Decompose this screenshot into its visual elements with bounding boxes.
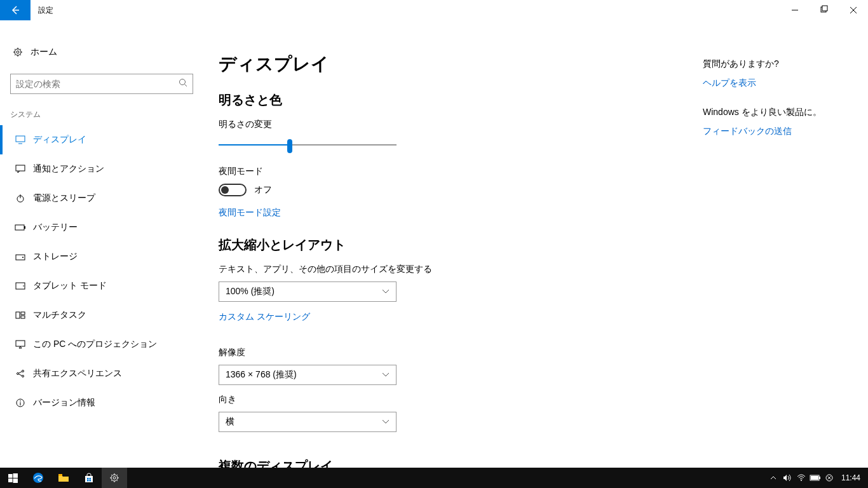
scale-select[interactable]: 100% (推奨) bbox=[219, 281, 397, 302]
night-light-toggle[interactable] bbox=[219, 184, 247, 196]
svg-line-12 bbox=[15, 49, 15, 50]
svg-point-34 bbox=[22, 370, 24, 372]
sidebar-item-label: ストレージ bbox=[28, 251, 78, 262]
chevron-down-icon bbox=[382, 289, 390, 294]
titlebar: 設定 bbox=[0, 0, 868, 20]
sidebar-item-label: バッテリー bbox=[28, 222, 78, 233]
close-icon bbox=[850, 7, 857, 13]
tray-battery[interactable] bbox=[808, 468, 822, 488]
slider-thumb[interactable] bbox=[287, 139, 292, 153]
tray-status[interactable] bbox=[822, 468, 836, 488]
brightness-label: 明るさの変更 bbox=[219, 119, 688, 130]
maximize-button[interactable] bbox=[810, 0, 839, 20]
sidebar-item-battery[interactable]: バッテリー bbox=[0, 213, 203, 242]
tray-chevron-up[interactable] bbox=[766, 468, 780, 488]
folder-icon bbox=[58, 473, 69, 482]
minimize-button[interactable] bbox=[780, 0, 810, 20]
scale-label: テキスト、アプリ、その他の項目のサイズを変更する bbox=[219, 264, 688, 275]
svg-point-26 bbox=[22, 257, 24, 258]
slider-fill bbox=[219, 144, 290, 146]
svg-point-16 bbox=[180, 79, 186, 85]
svg-line-59 bbox=[117, 480, 118, 481]
resolution-value: 868 × 488 (推奨) bbox=[226, 369, 297, 381]
home-button[interactable]: ホーム bbox=[0, 38, 203, 66]
toggle-knob bbox=[221, 186, 229, 194]
chevron-down-icon bbox=[382, 372, 390, 377]
svg-point-35 bbox=[22, 376, 24, 377]
sidebar-item-storage[interactable]: ストレージ bbox=[0, 242, 203, 271]
svg-rect-30 bbox=[21, 312, 25, 315]
taskbar-tray: 11:44 bbox=[766, 468, 868, 488]
search-box[interactable] bbox=[10, 74, 193, 94]
svg-line-15 bbox=[20, 49, 21, 50]
sidebar-item-display[interactable]: ディスプレイ bbox=[0, 125, 203, 154]
svg-line-36 bbox=[18, 372, 22, 374]
sidebar: ホーム システム ディスプレイ 通知とアクション bbox=[0, 20, 203, 488]
edge-icon bbox=[32, 472, 44, 484]
svg-point-7 bbox=[17, 51, 19, 53]
sidebar-item-multitask[interactable]: マルチタスク bbox=[0, 301, 203, 330]
sidebar-item-label: 通知とアクション bbox=[28, 163, 104, 175]
sidebar-item-about[interactable]: バージョン情報 bbox=[0, 388, 203, 417]
taskbar-store[interactable] bbox=[76, 468, 102, 488]
svg-point-33 bbox=[17, 373, 19, 375]
svg-point-52 bbox=[111, 475, 118, 481]
taskbar-settings[interactable] bbox=[102, 468, 127, 488]
taskbar: 11:44 bbox=[0, 468, 868, 488]
sidebar-item-shared[interactable]: 共有エクスペリエンス bbox=[0, 359, 203, 388]
svg-rect-18 bbox=[16, 136, 25, 142]
sidebar-item-notifications[interactable]: 通知とアクション bbox=[0, 154, 203, 184]
start-button[interactable] bbox=[0, 468, 25, 488]
night-light-toggle-row: オフ bbox=[219, 184, 688, 196]
section-brightness-color: 明るさと色 bbox=[219, 92, 688, 109]
sidebar-item-projection[interactable]: この PC へのプロジェクション bbox=[0, 330, 203, 359]
maximize-icon bbox=[821, 7, 827, 13]
search-input[interactable] bbox=[16, 79, 179, 89]
svg-point-28 bbox=[23, 285, 24, 287]
monitor-icon bbox=[13, 135, 28, 144]
sidebar-item-tablet[interactable]: タブレット モード bbox=[0, 271, 203, 301]
orientation-select[interactable]: 横 bbox=[219, 412, 397, 432]
battery-icon bbox=[13, 224, 28, 231]
close-button[interactable] bbox=[839, 0, 868, 20]
svg-rect-48 bbox=[87, 478, 89, 480]
tray-wifi[interactable] bbox=[794, 468, 808, 488]
orientation-value: 横 bbox=[226, 416, 234, 428]
resolution-select[interactable]: 868 × 488 (推奨) bbox=[219, 365, 397, 385]
info-icon bbox=[13, 398, 28, 407]
taskbar-clock[interactable]: 11:44 bbox=[836, 473, 865, 482]
sidebar-item-power[interactable]: 電源とスリープ bbox=[0, 184, 203, 213]
gear-icon bbox=[10, 47, 25, 57]
taskbar-explorer[interactable] bbox=[51, 468, 76, 488]
svg-line-37 bbox=[18, 374, 22, 376]
chevron-up-icon bbox=[770, 475, 776, 480]
volume-icon bbox=[783, 474, 792, 482]
taskbar-edge[interactable] bbox=[25, 468, 51, 488]
svg-rect-3 bbox=[822, 6, 827, 11]
project-icon bbox=[13, 340, 28, 349]
minimize-icon bbox=[792, 7, 798, 13]
night-light-settings-link[interactable]: 夜間モード設定 bbox=[219, 207, 281, 219]
svg-line-17 bbox=[185, 85, 187, 87]
feedback-link[interactable]: フィードバックの送信 bbox=[703, 126, 853, 137]
svg-line-14 bbox=[15, 55, 15, 55]
battery-icon bbox=[810, 475, 821, 481]
sidebar-item-label: この PC へのプロジェクション bbox=[28, 339, 157, 350]
chevron-down-icon bbox=[382, 419, 390, 424]
circle-x-icon bbox=[825, 474, 833, 482]
tray-volume[interactable] bbox=[780, 468, 794, 488]
brightness-slider[interactable] bbox=[219, 137, 397, 154]
custom-scaling-link[interactable]: カスタム スケーリング bbox=[219, 311, 310, 323]
svg-rect-50 bbox=[87, 480, 89, 482]
help-link[interactable]: ヘルプを表示 bbox=[703, 78, 853, 89]
multitask-icon bbox=[13, 311, 28, 319]
gear-icon bbox=[109, 473, 119, 483]
window-title: 設定 bbox=[31, 5, 53, 16]
sidebar-nav: ディスプレイ 通知とアクション 電源とスリープ バッテリー ストレージ bbox=[0, 125, 203, 417]
svg-point-39 bbox=[20, 400, 21, 402]
svg-rect-31 bbox=[21, 316, 25, 318]
svg-rect-41 bbox=[8, 474, 13, 478]
back-button[interactable] bbox=[0, 0, 31, 20]
svg-rect-32 bbox=[16, 341, 25, 346]
settings-window: 設定 ホーム システム bbox=[0, 0, 868, 468]
